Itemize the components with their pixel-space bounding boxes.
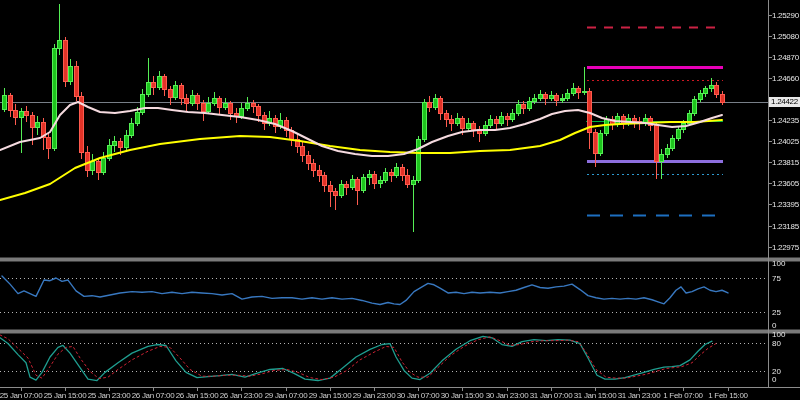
price-axis-label: 1.23185 — [772, 222, 799, 231]
time-axis-label: 29 Jan 15:00 — [309, 391, 352, 400]
panel-separator-1[interactable] — [0, 257, 800, 262]
price-axis-label: 1.25290 — [772, 11, 799, 20]
price-axis-label: 1.24870 — [772, 53, 799, 62]
time-axis-label: 26 Jan 23:00 — [220, 391, 263, 400]
price-axis-label: 1.25080 — [772, 32, 799, 41]
indicator1-scale-label: 75 — [772, 274, 781, 283]
indicator2-scale-label: 0 — [772, 375, 776, 384]
price-axis-label: 1.23395 — [772, 200, 799, 209]
price-axis-label: 1.23815 — [772, 158, 799, 167]
time-axis-label: 1 Feb 15:00 — [708, 391, 747, 400]
time-axis-label: 31 Jan 07:00 — [530, 391, 573, 400]
indicator1-scale-label: 25 — [772, 308, 781, 317]
time-axis-label: 30 Jan 23:00 — [486, 391, 529, 400]
price-axis-label: 1.23605 — [772, 179, 799, 188]
time-axis-label: 25 Jan 15:00 — [44, 391, 87, 400]
current-price-label: 1.24422 — [769, 97, 800, 107]
indicator2-scale-label: 80 — [772, 339, 781, 348]
time-axis-label: 29 Jan 23:00 — [353, 391, 396, 400]
indicator2-scale-label: 100 — [772, 330, 785, 339]
time-axis-label: 25 Jan 07:00 — [0, 391, 42, 400]
time-axis-label: 31 Jan 23:00 — [618, 391, 661, 400]
price-axis-label: 1.24660 — [772, 74, 799, 83]
time-axis-label: 26 Jan 07:00 — [132, 391, 175, 400]
time-axis-label: 29 Jan 07:00 — [265, 391, 308, 400]
indicator1-scale-label: 100 — [772, 259, 785, 268]
time-axis-label: 31 Jan 15:00 — [574, 391, 617, 400]
trading-chart-window: 1.24422 1.252901.250801.248701.246601.24… — [0, 0, 800, 400]
time-axis-label: 25 Jan 23:00 — [88, 391, 131, 400]
price-axis-label: 1.24025 — [772, 137, 799, 146]
time-axis-label: 1 Feb 07:00 — [663, 391, 702, 400]
price-axis-label: 1.24235 — [772, 116, 799, 125]
time-axis-label: 30 Jan 15:00 — [441, 391, 484, 400]
indicator1-scale-label: 0 — [772, 321, 776, 330]
price-axis[interactable]: 1.24422 1.252901.250801.248701.246601.24… — [768, 0, 800, 387]
price-axis-label: 1.22975 — [772, 243, 799, 252]
time-axis-label: 26 Jan 15:00 — [176, 391, 219, 400]
time-axis[interactable]: 25 Jan 07:0025 Jan 15:0025 Jan 23:0026 J… — [0, 387, 800, 400]
time-axis-label: 30 Jan 07:00 — [397, 391, 440, 400]
chart-canvas[interactable] — [0, 0, 800, 400]
panel-separator-2[interactable] — [0, 329, 800, 334]
